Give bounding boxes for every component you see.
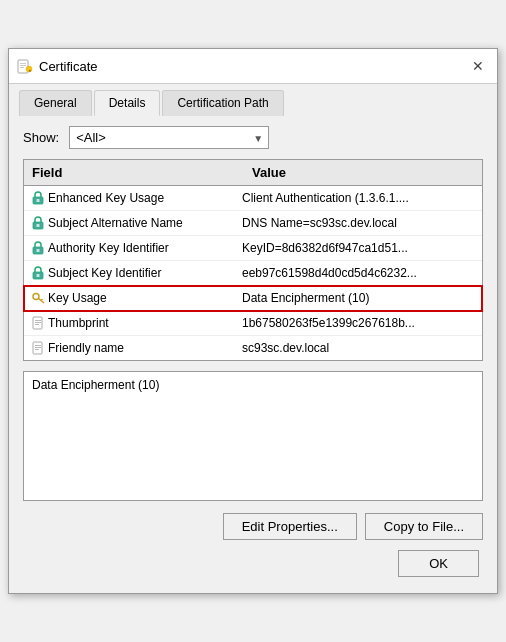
svg-rect-9 [37, 224, 40, 227]
content-area: Show: <All> Version 1 Fields Only Extens… [9, 116, 497, 593]
field-friendly-name: Friendly name [48, 341, 238, 355]
table-row[interactable]: Enhanced Key Usage Client Authentication… [24, 186, 482, 211]
value-thumbprint: 1b67580263f5e1399c267618b... [238, 316, 482, 330]
svg-rect-13 [37, 274, 40, 277]
certificate-title-icon: ★ [17, 58, 33, 74]
table-row[interactable]: Thumbprint 1b67580263f5e1399c267618b... [24, 311, 482, 336]
svg-rect-7 [37, 199, 40, 202]
field-subject-key-identifier: Subject Key Identifier [48, 266, 238, 280]
certificate-window: ★ Certificate ✕ General Details Certific… [8, 48, 498, 594]
action-buttons-row: Edit Properties... Copy to File... [23, 513, 483, 540]
show-select[interactable]: <All> Version 1 Fields Only Extensions O… [69, 126, 269, 149]
svg-rect-21 [33, 342, 42, 354]
table-row[interactable]: Friendly name sc93sc.dev.local [24, 336, 482, 360]
lock-green-icon [28, 263, 48, 283]
lock-green-icon [28, 213, 48, 233]
field-key-usage: Key Usage [48, 291, 238, 305]
show-label: Show: [23, 130, 59, 145]
table-row-key-usage[interactable]: Key Usage Data Encipherment (10) [24, 286, 482, 311]
svg-rect-11 [37, 249, 40, 252]
value-subject-key-identifier: eeb97c61598d4d0cd5d4c6232... [238, 266, 482, 280]
doc-icon [28, 313, 48, 333]
col-field-header: Field [24, 163, 244, 182]
svg-point-14 [33, 294, 39, 300]
show-select-wrapper[interactable]: <All> Version 1 Fields Only Extensions O… [69, 126, 269, 149]
field-thumbprint: Thumbprint [48, 316, 238, 330]
value-friendly-name: sc93sc.dev.local [238, 341, 482, 355]
title-bar: ★ Certificate ✕ [9, 49, 497, 84]
svg-rect-17 [33, 317, 42, 329]
svg-rect-1 [20, 63, 26, 64]
tab-certification-path[interactable]: Certification Path [162, 90, 283, 116]
svg-line-16 [41, 299, 43, 301]
col-value-header: Value [244, 163, 482, 182]
field-table: Field Value Enhanced Key Usage Client Au… [23, 159, 483, 361]
value-authority-key-identifier: KeyID=8d6382d6f947ca1d51... [238, 241, 482, 255]
table-row[interactable]: Subject Alternative Name DNS Name=sc93sc… [24, 211, 482, 236]
show-row: Show: <All> Version 1 Fields Only Extens… [23, 126, 483, 149]
tab-details[interactable]: Details [94, 90, 161, 116]
copy-to-file-button[interactable]: Copy to File... [365, 513, 483, 540]
lock-green-icon [28, 188, 48, 208]
tab-bar: General Details Certification Path [9, 84, 497, 116]
table-header: Field Value [24, 160, 482, 186]
ok-row: OK [23, 550, 483, 583]
detail-text: Data Encipherment (10) [32, 378, 159, 392]
value-subject-alternative-name: DNS Name=sc93sc.dev.local [238, 216, 482, 230]
table-row[interactable]: Subject Key Identifier eeb97c61598d4d0cd… [24, 261, 482, 286]
field-enhanced-key-usage: Enhanced Key Usage [48, 191, 238, 205]
svg-text:★: ★ [28, 68, 32, 73]
ok-button[interactable]: OK [398, 550, 479, 577]
close-button[interactable]: ✕ [467, 55, 489, 77]
field-subject-alternative-name: Subject Alternative Name [48, 216, 238, 230]
value-enhanced-key-usage: Client Authentication (1.3.6.1.... [238, 191, 482, 205]
table-row[interactable]: Authority Key Identifier KeyID=8d6382d6f… [24, 236, 482, 261]
tab-general[interactable]: General [19, 90, 92, 116]
lock-green-icon [28, 238, 48, 258]
detail-box: Data Encipherment (10) [23, 371, 483, 501]
value-key-usage: Data Encipherment (10) [238, 291, 482, 305]
svg-rect-3 [20, 67, 24, 68]
doc-icon [28, 338, 48, 358]
svg-rect-2 [20, 65, 26, 66]
window-title: Certificate [39, 59, 98, 74]
edit-properties-button[interactable]: Edit Properties... [223, 513, 357, 540]
key-icon [28, 288, 48, 308]
field-authority-key-identifier: Authority Key Identifier [48, 241, 238, 255]
title-bar-left: ★ Certificate [17, 58, 98, 74]
